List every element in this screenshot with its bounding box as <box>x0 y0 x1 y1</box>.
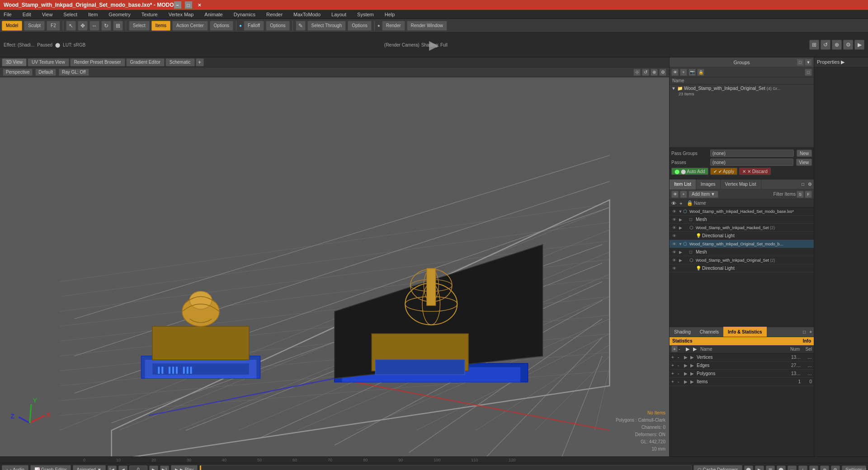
tab-shading[interactable]: Shading <box>670 327 695 337</box>
vis-icon-7[interactable]: 👁 <box>670 265 678 272</box>
groups-add-btn[interactable]: + <box>680 69 687 76</box>
timeline-area[interactable] <box>199 465 692 470</box>
vis-icon-3[interactable]: 👁 <box>670 232 678 240</box>
tab-expand[interactable]: □ <box>800 179 806 189</box>
minimize-btn[interactable]: – <box>174 1 181 9</box>
anim-icon-3[interactable]: ⊕ <box>832 40 842 50</box>
menu-render[interactable]: Render <box>264 11 284 18</box>
stats-expand-btn[interactable]: □ <box>801 327 807 337</box>
animated-tab[interactable]: Animated ▼ <box>73 465 106 470</box>
stats-expand-1[interactable]: ▶ <box>684 355 690 360</box>
groups-tree-item[interactable]: ▼ 📁 Wood_Stamp_with_Inkpad_Original_Set … <box>671 85 812 91</box>
groups-collapse-btn[interactable]: ▼ <box>805 59 812 66</box>
menu-view[interactable]: View <box>40 11 55 18</box>
f2-btn[interactable]: F2 <box>47 21 60 31</box>
tree-item-2[interactable]: 👁 ▶ ⬡ Wood_Stamp_with_Inkpad_Hacked_Set … <box>670 224 814 232</box>
tab-uv-texture[interactable]: UV Texture View <box>28 58 69 66</box>
tab-settings-icon[interactable]: ⚙ <box>806 179 814 189</box>
bottom-icon-4[interactable]: ⬤ <box>777 465 786 470</box>
action-center-btn[interactable]: Action Center <box>172 21 208 31</box>
tab-item-list[interactable]: Item List <box>670 179 696 189</box>
stats-minus-1[interactable]: - <box>678 355 684 360</box>
options-3-btn[interactable]: Options <box>348 21 371 31</box>
stats-row-polygons[interactable]: + - ▶ ▶ Polygons 13… … <box>670 370 814 378</box>
default-btn[interactable]: Default <box>35 69 56 76</box>
pass-groups-input[interactable] <box>710 150 794 157</box>
tree-item-4[interactable]: 👁 ▼ ⬡ Wood_Stamp_with_Inkpad_Original_Se… <box>670 240 814 248</box>
filter-s-btn[interactable]: S <box>797 191 804 198</box>
stats-add-2[interactable]: + <box>671 363 678 368</box>
items-btn[interactable]: Items <box>151 21 170 31</box>
tab-gradient-editor[interactable]: Gradient Editor <box>126 58 165 66</box>
model-btn[interactable]: Model <box>2 21 22 31</box>
next-frame-btn[interactable]: ▶ <box>149 465 158 470</box>
vp-icon-compass[interactable]: ⊹ <box>633 69 641 76</box>
bottom-icon-1[interactable]: ⬤ <box>744 465 753 470</box>
go-start-btn[interactable]: |◀ <box>108 465 117 470</box>
stats-expand-2[interactable]: ▶ <box>684 363 690 368</box>
stats-minus-2[interactable]: - <box>678 363 684 368</box>
add-item-btn[interactable]: Add Item ▼ <box>689 191 718 198</box>
perspective-btn[interactable]: Perspective <box>3 69 33 76</box>
tool-icon-2[interactable]: ✥ <box>78 21 88 31</box>
options-2-btn[interactable]: Options <box>266 21 289 31</box>
tree-item-6[interactable]: 👁 ▶ ⬡ Wood_Stamp_with_Inkpad_Original_Se… <box>670 256 814 264</box>
vis-icon-5[interactable]: 👁 <box>670 249 678 256</box>
menu-system[interactable]: System <box>355 11 376 18</box>
menu-animate[interactable]: Animate <box>203 11 224 18</box>
menu-geometry[interactable]: Geometry <box>107 11 132 18</box>
raygl-btn[interactable]: Ray GL: Off <box>59 69 89 76</box>
tree-item-3[interactable]: 👁 💡 Directional Light <box>670 232 814 240</box>
stats-expand-4[interactable]: ▶ <box>684 379 690 384</box>
bottom-icon-6[interactable]: ↕ <box>798 465 807 470</box>
anim-icon-1[interactable]: ⊞ <box>809 40 819 50</box>
anim-icon-2[interactable]: ↺ <box>821 40 830 50</box>
go-end-btn[interactable]: ▶| <box>160 465 169 470</box>
title-controls[interactable]: – □ ✕ <box>174 1 203 9</box>
discard-btn[interactable]: ✕ ✕ Discard <box>739 168 771 175</box>
render-window-btn[interactable]: Render Window <box>407 21 447 31</box>
stats-row-vertices[interactable]: + - ▶ ▶ Vertices 13… … <box>670 353 814 362</box>
menu-select[interactable]: Select <box>61 11 79 18</box>
stats-expand-3[interactable]: ▶ <box>684 371 690 376</box>
stats-add-1[interactable]: + <box>671 355 678 360</box>
tool-icon-3[interactable]: ↔ <box>90 21 99 31</box>
anim-icon-4[interactable]: ⚙ <box>843 40 853 50</box>
tree-item-0[interactable]: 👁 ▼ ⬡ Wood_Stamp_with_Inkpad_Hacked_Set_… <box>670 207 814 216</box>
sculpt-btn[interactable]: Sculpt <box>24 21 45 31</box>
expand-0[interactable]: ▼ <box>678 209 683 214</box>
graph-editor-tab[interactable]: 📈 Graph Editor <box>30 465 71 470</box>
expand-4[interactable]: ▼ <box>678 242 683 246</box>
select-btn[interactable]: Select <box>129 21 150 31</box>
group-expand-icon[interactable]: ▼ <box>671 86 676 91</box>
bottom-icon-3[interactable]: ⊞ <box>766 465 775 470</box>
time-input[interactable] <box>129 465 147 470</box>
tab-images[interactable]: Images <box>696 179 721 189</box>
groups-camera-btn[interactable]: 📷 <box>689 69 696 76</box>
vis-icon-1[interactable]: 👁 <box>670 216 678 223</box>
play-tab-btn[interactable]: ▶ ▶ Play <box>171 465 198 470</box>
tree-item-5[interactable]: 👁 ▶ □ Mesh <box>670 248 814 256</box>
bottom-icon-8[interactable]: ⊕ <box>820 465 829 470</box>
menu-vertex-map[interactable]: Vertex Map <box>167 11 196 18</box>
stats-minus-3[interactable]: - <box>678 371 684 376</box>
bottom-icon-2[interactable]: ▶ <box>755 465 764 470</box>
stats-add-col[interactable]: + <box>671 346 678 352</box>
bottom-icon-7[interactable]: ✱ <box>809 465 818 470</box>
cache-deformers-btn[interactable]: ⬡ Cache Deformers <box>693 465 742 470</box>
expand-1[interactable]: ▶ <box>678 217 683 222</box>
render-btn[interactable]: Render <box>382 21 405 31</box>
groups-eye-btn[interactable]: 👁 <box>671 69 679 76</box>
tab-render-preset[interactable]: Render Preset Browser <box>70 58 125 66</box>
close-btn[interactable]: ✕ <box>196 1 203 9</box>
groups-tree[interactable]: ▼ 📁 Wood_Stamp_with_Inkpad_Original_Set … <box>670 85 814 98</box>
auto-add-btn[interactable]: ⬤ ⬤ Auto Add <box>671 168 708 175</box>
menu-edit[interactable]: Edit <box>21 11 33 18</box>
audio-tab[interactable]: ♪ ♪ Audio <box>2 465 28 470</box>
il-add-icon[interactable]: + <box>680 191 687 198</box>
tree-item-1[interactable]: 👁 ▶ □ Mesh <box>670 216 814 224</box>
stats-row-edges[interactable]: + - ▶ ▶ Edges 27… … <box>670 362 814 370</box>
vis-icon-6[interactable]: 👁 <box>670 257 678 264</box>
maximize-btn[interactable]: □ <box>185 1 192 9</box>
filter-f-btn[interactable]: F <box>805 191 812 198</box>
